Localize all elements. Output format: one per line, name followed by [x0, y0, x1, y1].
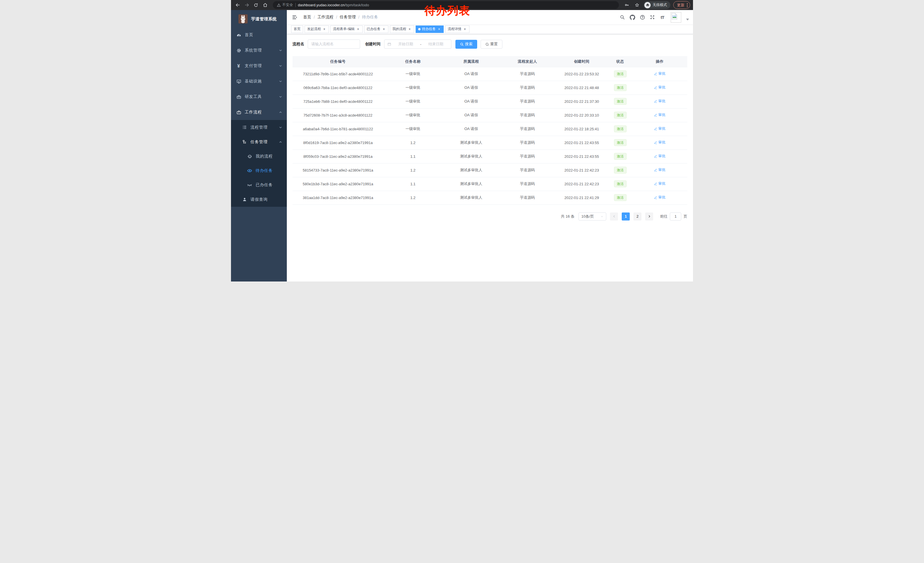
cell-process: OA 请假 [442, 81, 500, 95]
breadcrumb-item[interactable]: 任务管理 [340, 15, 356, 20]
sidebar-item-label: 研发工具 [245, 94, 262, 99]
sidebar-item-系统管理[interactable]: 系统管理 [231, 43, 287, 58]
address-bar[interactable]: 不安全 dashboard.yudao.iocoder.cn/bpm/task/… [273, 1, 619, 9]
sidebar-item-任务管理[interactable]: 任务管理 [231, 135, 287, 149]
breadcrumb-item[interactable]: 工作流程 [318, 15, 333, 20]
approve-link[interactable]: 审批 [654, 71, 666, 76]
sidebar-item-已办任务[interactable]: 已办任务 [231, 178, 287, 192]
tree-icon [242, 140, 247, 145]
cell-created: 2022-01-21 22:42:23 [555, 163, 608, 177]
sidebar-item-label: 请假查询 [250, 197, 268, 202]
cell-starter: 芋道源码 [500, 150, 555, 163]
chevron-down-icon [279, 95, 282, 99]
approve-link[interactable]: 审批 [654, 85, 666, 90]
sidebar-item-基础设施[interactable]: 基础设施 [231, 74, 287, 89]
bookmark-star-icon[interactable] [633, 2, 640, 9]
approve-link[interactable]: 审批 [654, 168, 666, 173]
approve-link[interactable]: 审批 [654, 195, 666, 200]
tab-close-icon[interactable]: × [322, 27, 326, 31]
status-badge: 激活 [614, 180, 627, 187]
tab-label: 流程表单-编辑 [333, 27, 355, 32]
security-label: 不安全 [282, 3, 293, 8]
goto-label: 前往 [660, 214, 668, 219]
tab-close-icon[interactable]: × [382, 27, 386, 31]
cell-task-id: 725a1eb6-7b88-11ec-8ef0-acde48001122 [292, 95, 383, 108]
end-date-placeholder: 结束日期 [424, 42, 448, 47]
tab-close-icon[interactable]: × [356, 27, 360, 31]
caret-down-icon[interactable] [686, 13, 689, 22]
browser-chrome: 不安全 dashboard.yudao.iocoder.cn/bpm/task/… [231, 0, 693, 10]
cell-action: 审批 [632, 95, 687, 108]
cell-status: 激活 [608, 163, 632, 177]
approve-link[interactable]: 审批 [654, 140, 666, 145]
cell-process: 测试多审批人 [442, 163, 500, 177]
table-row: 8f0d1619-7ac8-11ec-a9e2-a2380e71991a1.2测… [292, 136, 687, 150]
tab-close-icon[interactable]: × [463, 27, 467, 31]
tab-首页[interactable]: 首页 [291, 26, 303, 33]
breadcrumb-item[interactable]: 首页 [303, 15, 311, 20]
approve-link[interactable]: 审批 [654, 126, 666, 131]
search-icon[interactable] [620, 14, 625, 20]
approve-link[interactable]: 审批 [654, 113, 666, 117]
sidebar-item-首页[interactable]: 首页 [231, 27, 287, 43]
create-time-label: 创建时间 [365, 42, 381, 47]
update-button[interactable]: 更新 [673, 1, 690, 9]
sidebar-item-请假查询[interactable]: 请假查询 [231, 192, 287, 207]
browser-forward-icon[interactable] [243, 2, 250, 9]
browser-home-icon[interactable] [261, 2, 269, 9]
sidebar-item-支付管理[interactable]: ¥支付管理 [231, 58, 287, 74]
search-button[interactable]: 搜索 [455, 40, 477, 49]
tab-已办任务[interactable]: 已办任务× [364, 26, 388, 33]
cell-action: 审批 [632, 108, 687, 122]
chevron-right-icon [648, 215, 651, 218]
tab-close-icon[interactable]: × [437, 27, 441, 31]
hamburger-icon[interactable] [290, 15, 299, 20]
tab-label: 发起流程 [307, 27, 321, 32]
sidebar-item-工作流程[interactable]: 工作流程 [231, 105, 287, 120]
task-table: 任务编号任务名称所属流程流程发起人创建时间状态操作 73211d9d-7b9b-… [292, 56, 687, 205]
sidebar-item-研发工具[interactable]: 研发工具 [231, 89, 287, 105]
user-avatar[interactable] [670, 12, 681, 23]
github-icon[interactable] [630, 14, 635, 20]
briefcase-icon [236, 110, 241, 115]
page-size-select[interactable]: 10条/页 [579, 213, 606, 221]
process-name-input[interactable]: 请输入流程名 [308, 39, 360, 49]
prev-page-button[interactable] [610, 213, 618, 221]
tab-close-icon[interactable]: × [408, 27, 412, 31]
cell-created: 2022-01-21 22:42:23 [555, 177, 608, 191]
browser-reload-icon[interactable] [252, 2, 260, 9]
fullscreen-icon[interactable] [650, 14, 655, 20]
sidebar-item-label: 工作流程 [245, 110, 262, 115]
date-range-picker[interactable]: 开始日期 - 结束日期 [384, 39, 452, 49]
approve-link[interactable]: 审批 [654, 154, 666, 159]
tab-流程详情[interactable]: 流程详情× [445, 26, 470, 33]
sidebar-item-label: 待办任务 [256, 168, 273, 173]
person-icon [242, 197, 247, 202]
dashboard-icon [236, 32, 241, 38]
help-icon[interactable] [639, 14, 645, 20]
security-warning[interactable]: 不安全 [277, 3, 293, 8]
kebab-menu-icon [687, 3, 688, 8]
font-size-icon[interactable]: tT [660, 14, 665, 20]
reset-button[interactable]: 重置 [481, 40, 502, 49]
page-button-2[interactable]: 2 [633, 213, 642, 221]
cell-task-id: 58154733-7ac8-11ec-a9e2-a2380e71991a [292, 163, 383, 177]
sidebar-logo[interactable]: 芋道管理系统 [231, 12, 287, 26]
key-icon[interactable] [623, 2, 630, 9]
next-page-button[interactable] [645, 213, 653, 221]
tab-发起流程[interactable]: 发起流程× [304, 26, 329, 33]
cell-starter: 芋道源码 [500, 136, 555, 150]
sidebar-item-待办任务[interactable]: 待办任务 [231, 164, 287, 178]
approve-link[interactable]: 审批 [654, 181, 666, 186]
sidebar-item-流程管理[interactable]: 流程管理 [231, 120, 287, 135]
tab-流程表单-编辑[interactable]: 流程表单-编辑× [330, 26, 363, 33]
tab-待办任务[interactable]: 待办任务× [416, 26, 444, 33]
goto-page-input[interactable]: 1 [670, 213, 681, 221]
tab-我的流程[interactable]: 我的流程× [390, 26, 414, 33]
sidebar-item-我的流程[interactable]: 我的流程 [231, 149, 287, 164]
browser-back-icon[interactable] [234, 2, 241, 9]
cell-action: 审批 [632, 136, 687, 150]
table-header-row: 任务编号任务名称所属流程流程发起人创建时间状态操作 [292, 56, 687, 67]
approve-link[interactable]: 审批 [654, 99, 666, 104]
page-button-1[interactable]: 1 [622, 213, 630, 221]
